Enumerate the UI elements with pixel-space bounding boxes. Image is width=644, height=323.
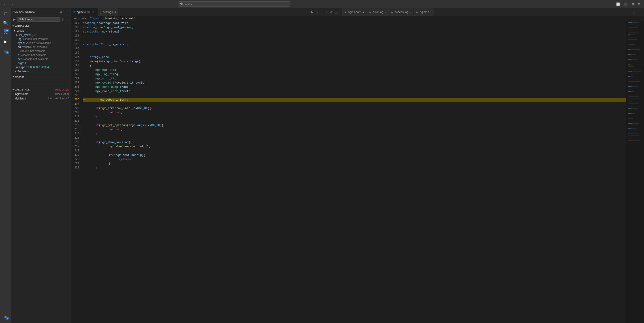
search-bar[interactable]: 🔍 nginx xyxy=(178,1,290,7)
code-line-217: ngx_show_version_info(); xyxy=(83,144,626,149)
tab-nginx-conf[interactable]: ⚙ nginx.conf M xyxy=(342,8,367,16)
code-line-200: ngx_log_t *log; xyxy=(83,72,626,76)
code-line-221: } xyxy=(83,162,626,166)
editor-right-controls: ☷ ◫ ⋯ xyxy=(626,10,644,14)
var-value-argc: 1 xyxy=(25,62,26,65)
var-item-i[interactable]: i: variable not available xyxy=(12,49,71,53)
tab-bar: C nginx.c 3 ✕ {} settings.js ▶ ↻ ↓ ↑ ↺ ▢ xyxy=(71,8,644,16)
watch-header[interactable]: ▾ WATCH xyxy=(11,74,71,79)
code-line-193: static char **ngx_os_environ; xyxy=(83,42,626,47)
code-line-208: if (ngx_strerror_init() != NGX_OK) { xyxy=(83,106,626,110)
back-button[interactable]: ← xyxy=(2,1,8,7)
tab-settings-js[interactable]: {} settings.js xyxy=(98,8,118,16)
callstack-header[interactable]: ▾ CALL STACK Paused on step xyxy=(11,87,71,92)
layout-btn-3[interactable]: ⊞ xyxy=(630,2,635,7)
tab-label-nginx-conf: nginx.conf xyxy=(348,10,361,14)
debug-more-button[interactable]: ⋯ xyxy=(65,17,69,22)
tab-access-log[interactable]: ☰ access.log U xyxy=(389,8,414,16)
run-icon: ▶ xyxy=(4,39,7,44)
breadcrumb-sep-1: › xyxy=(79,17,80,20)
var-name-b: b: xyxy=(18,54,20,57)
step-over-button[interactable]: ↻ xyxy=(315,10,320,14)
nav-buttons: ← → xyxy=(2,1,15,7)
more-options-button[interactable]: ⋯ xyxy=(64,10,69,14)
code-line-197: main(int argc, char *const *argv) xyxy=(83,59,626,64)
tab-nginx-c[interactable]: C nginx.c 3 ✕ xyxy=(71,8,98,16)
search-icon: 🔍 xyxy=(180,3,184,6)
restart-button[interactable]: ↺ xyxy=(328,10,333,14)
tab-close-nginx-c[interactable]: ✕ xyxy=(92,10,95,14)
var-item-argv[interactable]: ▶ argv: 0x000000016fdff340 xyxy=(12,65,71,69)
code-content[interactable]: static u_char *ngx_conf_file; static u_c… xyxy=(82,21,626,323)
stack-frame-0-location: nginx.c 206:1 xyxy=(54,93,69,95)
launch-config-select[interactable]: (lldb) Launch ⌄ xyxy=(17,17,60,22)
code-line-211 xyxy=(83,119,626,123)
var-item-cycle[interactable]: cycle: variable not available xyxy=(12,41,71,45)
code-line-198: { xyxy=(83,64,626,68)
tab-icon-nginx-p: ☰ xyxy=(416,11,418,14)
stack-frame-0[interactable]: nginx!main nginx.c 206:1 xyxy=(11,92,71,96)
activity-search[interactable]: 🔍 xyxy=(1,18,10,27)
layout-btn-2[interactable]: ⬛ xyxy=(622,2,629,7)
activity-extensions[interactable]: ⊞ 1 xyxy=(1,47,10,56)
search-icon: 🔍 xyxy=(3,20,8,25)
more-editor-button[interactable]: ⋯ xyxy=(638,10,643,14)
variables-section: ▾ VARIABLES ▼ Locals ▶ init_cycle: {. xyxy=(11,23,71,74)
breadcrumb-func[interactable]: ⊙ main(int, char * const *) xyxy=(104,17,136,20)
extensions-badge: 1 xyxy=(6,51,9,54)
var-item-ccf[interactable]: ccf: variable not available xyxy=(12,57,71,61)
stack-frame-1[interactable]: dyld!start Unknown Source 0 xyxy=(11,96,71,101)
var-value-cycle: variable not available xyxy=(26,42,51,45)
code-line-212: if (ngx_get_options(argc, argv) != NGX_O… xyxy=(83,123,626,127)
var-item-log[interactable]: log: variable not available xyxy=(12,37,71,41)
breadcrumb-core[interactable]: core xyxy=(81,17,86,20)
watch-title: WATCH xyxy=(15,75,24,78)
forward-button[interactable]: → xyxy=(9,1,15,7)
var-item-argc[interactable]: argc: 1 xyxy=(12,61,71,65)
var-name-log: log: xyxy=(18,38,22,41)
code-line-205 xyxy=(83,93,626,98)
title-bar: ← → 🔍 nginx ⬜ ⬛ ⊞ ⊟ xyxy=(0,0,644,8)
var-item-b[interactable]: b: variable not available xyxy=(12,53,71,57)
var-value-argv: 0x000000016fdff340 xyxy=(26,66,50,69)
minimap xyxy=(626,21,644,323)
activity-remote[interactable]: ▣ 1 xyxy=(1,312,10,321)
var-value-i: variable not available xyxy=(20,50,46,53)
activity-explorer[interactable]: ◻ xyxy=(1,9,10,18)
callstack-chevron: ▾ xyxy=(12,89,14,91)
settings-button[interactable]: ⚙ xyxy=(59,10,63,14)
var-item-init-cycle[interactable]: ▶ init_cycle: {...} xyxy=(12,33,71,37)
tab-label-access-log: access.log xyxy=(395,10,408,14)
layout-btn-1[interactable]: ⬜ xyxy=(615,2,621,7)
tab-error-log[interactable]: ☰ error.log U xyxy=(367,8,389,16)
open-editors-button[interactable]: ☷ xyxy=(626,10,631,14)
layout-btn-4[interactable]: ⊟ xyxy=(636,2,642,7)
start-debug-button[interactable]: ▶ xyxy=(12,17,16,22)
tab-nginx-p[interactable]: ☰ nginx.p... xyxy=(414,8,434,16)
registers-header[interactable]: ► Registers xyxy=(11,69,71,74)
callstack-title: CALL STACK xyxy=(14,88,30,91)
activity-run-debug[interactable]: ▶ xyxy=(1,37,10,46)
breadcrumb-src[interactable]: src xyxy=(74,17,78,20)
var-item-cd[interactable]: cd: variable not available xyxy=(12,45,71,49)
code-line-194 xyxy=(83,47,626,51)
editor-area: C nginx.c 3 ✕ {} settings.js ▶ ↻ ↓ ↑ ↺ ▢ xyxy=(71,8,644,323)
stop-button[interactable]: ▢ xyxy=(334,10,338,14)
tab-icon-access-log: ☰ xyxy=(391,11,394,14)
locals-header[interactable]: ▼ Locals xyxy=(12,29,71,33)
step-out-button[interactable]: ↑ xyxy=(324,10,328,14)
split-editor-button[interactable]: ◫ xyxy=(632,10,636,14)
breadcrumb-file[interactable]: C nginx.c xyxy=(90,17,101,20)
debug-gear-button[interactable]: ⚙ xyxy=(61,17,65,22)
step-into-button[interactable]: ↓ xyxy=(320,10,324,14)
registers-chevron: ► xyxy=(14,70,16,73)
continue-button[interactable]: ▶ xyxy=(310,10,314,14)
variables-chevron: ▾ xyxy=(12,25,14,27)
activity-source-control[interactable]: ⎇ 137 xyxy=(1,28,10,37)
code-line-210: } xyxy=(83,115,626,119)
code-line-199: ngx_buf_t *b; xyxy=(83,68,626,72)
variables-header[interactable]: ▾ VARIABLES xyxy=(11,23,71,29)
code-line-218 xyxy=(83,149,626,153)
sidebar: RUN AND DEBUG ⚙ ⋯ ▶ (lldb) Launch ⌄ ⚙ ⋯ … xyxy=(11,8,71,323)
search-text: nginx xyxy=(185,3,192,6)
